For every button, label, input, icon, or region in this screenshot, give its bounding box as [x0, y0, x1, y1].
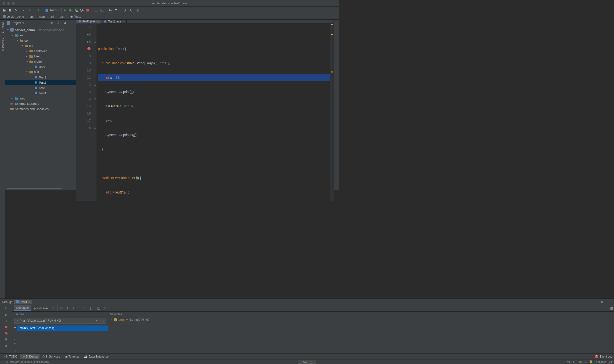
svg-rect-11: [124, 11, 125, 12]
project-tool-button[interactable]: 1: Project: [1, 21, 4, 34]
close-icon[interactable]: ×: [97, 20, 99, 23]
ide-settings-icon[interactable]: [122, 8, 127, 13]
editor-area: Test1.java × Test2.java × 4 5▶ 6▶ 7 8 9 …: [76, 20, 334, 190]
tree-item: External Libraries: [15, 102, 39, 105]
debug-icon[interactable]: [68, 8, 73, 13]
svg-rect-10: [123, 9, 126, 11]
svg-point-12: [129, 9, 131, 11]
chevron-down-icon: ▾: [58, 8, 60, 12]
tree-item: Scratches and Consoles: [15, 107, 49, 111]
main-toolbar: Test1 ▾ ▾ 文A: [0, 7, 339, 14]
tab-label: Test1.java: [83, 20, 96, 23]
minimize-icon[interactable]: —: [69, 20, 74, 26]
window-controls: [0, 2, 15, 5]
horizontal-scrollbar[interactable]: [5, 188, 76, 190]
translate-icon[interactable]: 文A: [136, 8, 141, 13]
svg-point-31: [104, 20, 106, 23]
breadcrumb-item[interactable]: cTest1: [69, 15, 82, 18]
svg-rect-19: [10, 28, 14, 32]
structure-tool-button[interactable]: 7: Structure: [1, 37, 4, 52]
svg-point-30: [79, 20, 81, 23]
tree-item: Test1: [39, 76, 46, 79]
select-opened-icon[interactable]: ⊕: [49, 20, 54, 26]
breadcrumb-item[interactable]: xxl: [50, 15, 55, 18]
minimize-window-icon[interactable]: [7, 2, 10, 5]
project-panel: Project ▾ ⊕ ⇵ ⚙ — ▼servlet_demo ~/worksp…: [5, 20, 76, 190]
line-gutter[interactable]: 4 5▶ 6▶ 7 8 9 10 11 12 13 14 15 16 17 18: [76, 24, 93, 201]
sync-icon[interactable]: [13, 8, 18, 13]
svg-rect-4: [86, 9, 89, 12]
coverage-icon[interactable]: [73, 8, 79, 13]
vcs-icon[interactable]: [108, 8, 113, 13]
tree-root-path: ~/workspace/idea/se: [36, 28, 64, 32]
svg-rect-0: [45, 9, 48, 12]
tree-root-name: servlet_demo: [15, 28, 35, 32]
tree-item: model: [34, 60, 42, 63]
editor-tab-bar: Test1.java × Test2.java ×: [76, 20, 334, 24]
run-config-label: Test1: [50, 8, 57, 12]
breakpoint-icon[interactable]: [87, 47, 91, 50]
run-gutter-icon[interactable]: ▶: [87, 38, 89, 45]
gear-icon[interactable]: ⚙: [62, 20, 68, 26]
tree-item: User: [39, 65, 45, 69]
close-window-icon[interactable]: [2, 2, 5, 5]
svg-point-25: [17, 98, 18, 100]
tree-item: test: [34, 70, 39, 74]
tab-label: Test2.java: [108, 20, 121, 23]
profile-icon[interactable]: ▾: [79, 8, 84, 13]
project-header-label: Project: [12, 21, 21, 25]
update-app-icon[interactable]: [93, 8, 99, 13]
breadcrumb-item[interactable]: servlet_demo: [2, 15, 25, 18]
chevron-down-icon[interactable]: ▾: [23, 21, 24, 25]
code-area[interactable]: public class Test1 { public static void …: [97, 24, 330, 201]
editor-body[interactable]: 4 5▶ 6▶ 7 8 9 10 11 12 13 14 15 16 17 18…: [76, 24, 334, 201]
window-title: servlet_demo – Test1.java: [151, 1, 187, 5]
maximize-window-icon[interactable]: [12, 2, 15, 5]
run-gutter-icon[interactable]: ▶: [87, 31, 89, 38]
tree-item-selected: Test2: [39, 81, 46, 84]
svg-rect-18: [7, 21, 10, 25]
svg-rect-15: [3, 15, 6, 18]
right-tool-strip: [334, 20, 339, 190]
svg-point-23: [35, 87, 37, 89]
editor-tab-test1[interactable]: Test1.java ×: [76, 20, 101, 24]
svg-point-1: [70, 9, 71, 11]
open-icon[interactable]: [1, 8, 7, 13]
svg-rect-27: [12, 103, 12, 104]
run-config-selector[interactable]: Test1 ▾: [44, 8, 62, 13]
tree-item: web: [20, 97, 25, 100]
attach-icon[interactable]: [99, 8, 104, 13]
expand-all-icon[interactable]: ⇵: [56, 20, 61, 26]
close-icon[interactable]: ×: [122, 20, 124, 23]
error-stripe[interactable]: [330, 24, 334, 201]
forward-icon[interactable]: [27, 8, 32, 13]
breadcrumb-item[interactable]: com: [38, 15, 46, 18]
tree-item: com: [24, 39, 30, 42]
project-structure-icon[interactable]: [113, 8, 119, 13]
svg-rect-9: [115, 11, 117, 11]
editor-tab-test2[interactable]: Test2.java ×: [101, 20, 127, 24]
svg-text:c: c: [71, 16, 72, 18]
back-icon[interactable]: [21, 8, 27, 13]
build-icon[interactable]: [35, 8, 41, 13]
title-bar: servlet_demo – Test1.java: [0, 0, 339, 7]
project-tree[interactable]: ▼servlet_demo ~/workspace/idea/se ▼src ▼…: [5, 26, 76, 188]
stop-icon[interactable]: [85, 8, 90, 13]
svg-rect-28: [13, 103, 13, 104]
svg-point-22: [35, 81, 37, 84]
svg-rect-8: [115, 9, 117, 10]
svg-rect-2: [76, 11, 78, 12]
tree-item: src: [20, 34, 24, 37]
svg-rect-7: [101, 10, 103, 12]
svg-rect-6: [100, 9, 102, 11]
svg-point-29: [12, 109, 14, 110]
breadcrumb-item[interactable]: test: [59, 15, 65, 18]
save-icon[interactable]: [7, 8, 13, 13]
svg-text:A: A: [139, 9, 140, 11]
search-icon[interactable]: [127, 8, 133, 13]
run-icon[interactable]: [62, 8, 67, 13]
fold-column[interactable]: ⊟⊡⊟⊡: [93, 24, 97, 201]
breadcrumb-item[interactable]: src: [29, 15, 34, 18]
tree-item: Test3: [39, 86, 46, 90]
tree-item: controller: [34, 49, 47, 53]
